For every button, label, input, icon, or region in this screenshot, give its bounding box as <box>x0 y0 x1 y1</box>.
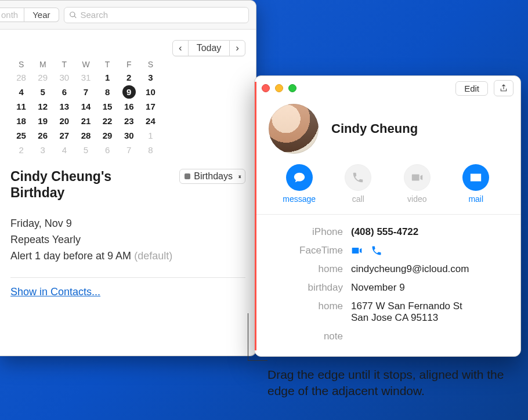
day-cell[interactable]: 25 <box>10 128 32 143</box>
phone-icon <box>352 171 364 184</box>
calendar-nav: ‹ Today › <box>172 40 245 56</box>
minimize-button[interactable] <box>275 84 283 92</box>
divider <box>10 277 245 278</box>
day-cell[interactable]: 14 <box>75 99 96 114</box>
calendar-body: ‹ Today › S M T W T F S 2829303112345678… <box>0 30 256 298</box>
day-cell[interactable]: 8 <box>140 143 161 157</box>
video-icon <box>411 171 424 184</box>
field-email[interactable]: home cindycheung9@icloud.com <box>269 260 507 278</box>
day-cell[interactable]: 6 <box>53 85 75 99</box>
field-label: home <box>269 263 343 275</box>
day-cell[interactable]: 19 <box>32 114 53 128</box>
day-cell[interactable]: 16 <box>118 99 140 114</box>
field-value: (408) 555-4722 <box>351 226 507 238</box>
contacts-window: Edit Cindy Cheung message call video mai… <box>254 75 521 357</box>
calendar-category-picker[interactable]: Birthdays ▴▾ <box>179 169 245 184</box>
day-cell[interactable]: 3 <box>32 143 53 157</box>
share-button[interactable] <box>494 80 513 96</box>
prev-month-button[interactable]: ‹ <box>173 41 189 56</box>
action-label: mail <box>468 194 483 204</box>
field-facetime[interactable]: FaceTime <box>269 241 507 260</box>
mail-action[interactable]: mail <box>453 164 499 204</box>
event-details: Cindy Cheung's Birthday Birthdays ▴▾ Fri… <box>10 169 245 298</box>
view-year[interactable]: Year <box>24 8 58 21</box>
calendar-toolbar: onth Year <box>0 1 256 30</box>
day-cell[interactable]: 26 <box>32 128 53 143</box>
field-label: iPhone <box>269 226 343 238</box>
day-cell[interactable]: 7 <box>75 85 96 99</box>
today-button[interactable]: Today <box>189 41 230 56</box>
day-cell[interactable]: 8 <box>97 85 118 99</box>
day-cell[interactable]: 5 <box>75 143 96 157</box>
contact-fields: iPhone (408) 555-4722 FaceTime home cind… <box>255 220 520 346</box>
day-cell[interactable]: 4 <box>10 85 32 99</box>
call-action[interactable]: call <box>335 164 381 204</box>
edit-button[interactable]: Edit <box>455 81 488 96</box>
day-cell[interactable]: 13 <box>53 99 75 114</box>
field-value: cindycheung9@icloud.com <box>351 263 507 275</box>
day-cell[interactable]: 6 <box>97 143 118 157</box>
day-cell[interactable]: 5 <box>32 85 53 99</box>
search-field[interactable] <box>64 7 249 23</box>
field-value: 1677 W San Fernando St San Jose CA 95113 <box>351 300 507 324</box>
search-icon <box>69 11 77 19</box>
contact-header: Cindy Cheung <box>255 100 520 164</box>
contact-name: Cindy Cheung <box>331 121 418 136</box>
day-cell[interactable]: 17 <box>140 99 161 114</box>
category-label: Birthdays <box>194 171 233 182</box>
day-cell[interactable]: 15 <box>97 99 118 114</box>
field-address[interactable]: home 1677 W San Fernando St San Jose CA … <box>269 297 507 327</box>
close-button[interactable] <box>262 84 270 92</box>
show-in-contacts-link[interactable]: Show in Contacts... <box>10 286 100 298</box>
dow: S <box>140 60 161 70</box>
day-cell[interactable]: 28 <box>10 70 32 85</box>
calendar-window: onth Year ‹ Today › S M T W T <box>0 0 256 356</box>
day-cell[interactable]: 4 <box>53 143 75 157</box>
video-action[interactable]: video <box>394 164 440 204</box>
avatar[interactable] <box>269 104 319 154</box>
view-segmented-control[interactable]: onth Year <box>0 8 59 22</box>
field-note[interactable]: note <box>269 327 507 346</box>
window-titlebar[interactable]: Edit <box>255 76 520 100</box>
day-cell[interactable]: 29 <box>32 70 53 85</box>
day-cell[interactable]: 18 <box>10 114 32 128</box>
day-cell[interactable]: 29 <box>97 128 118 143</box>
day-cell[interactable]: 2 <box>10 143 32 157</box>
day-cell[interactable]: 30 <box>118 128 140 143</box>
day-cell[interactable]: 27 <box>53 128 75 143</box>
field-value: November 9 <box>351 282 507 294</box>
day-cell[interactable]: 9 <box>118 85 140 99</box>
day-cell[interactable]: 1 <box>97 70 118 85</box>
field-label: note <box>269 331 343 342</box>
window-snap-edge-highlight[interactable] <box>255 82 256 350</box>
action-label: video <box>407 194 426 204</box>
day-cell[interactable]: 21 <box>75 114 96 128</box>
day-cell[interactable]: 1 <box>140 128 161 143</box>
view-month-partial[interactable]: onth <box>0 8 24 21</box>
search-input[interactable] <box>81 10 244 20</box>
day-cell[interactable]: 10 <box>140 85 161 99</box>
day-cell[interactable]: 20 <box>53 114 75 128</box>
day-cell[interactable]: 23 <box>118 114 140 128</box>
phone-icon[interactable] <box>371 245 382 256</box>
day-cell[interactable]: 30 <box>53 70 75 85</box>
dow: T <box>97 60 118 70</box>
day-cell[interactable]: 3 <box>140 70 161 85</box>
field-birthday[interactable]: birthday November 9 <box>269 278 507 297</box>
message-action[interactable]: message <box>276 164 323 204</box>
traffic-lights <box>262 84 296 92</box>
day-cell[interactable]: 31 <box>75 70 96 85</box>
field-iphone[interactable]: iPhone (408) 555-4722 <box>269 223 507 241</box>
day-cell[interactable]: 22 <box>97 114 118 128</box>
zoom-button[interactable] <box>288 84 296 92</box>
day-cell[interactable]: 12 <box>32 99 53 114</box>
day-cell[interactable]: 7 <box>118 143 140 157</box>
mini-month-grid: S M T W T F S 28293031123456789101112131… <box>10 60 245 157</box>
day-cell[interactable]: 11 <box>10 99 32 114</box>
video-icon[interactable] <box>351 245 363 256</box>
day-cell[interactable]: 28 <box>75 128 96 143</box>
field-label: FaceTime <box>269 245 343 256</box>
day-cell[interactable]: 24 <box>140 114 161 128</box>
day-cell[interactable]: 2 <box>118 70 140 85</box>
next-month-button[interactable]: › <box>230 41 245 56</box>
